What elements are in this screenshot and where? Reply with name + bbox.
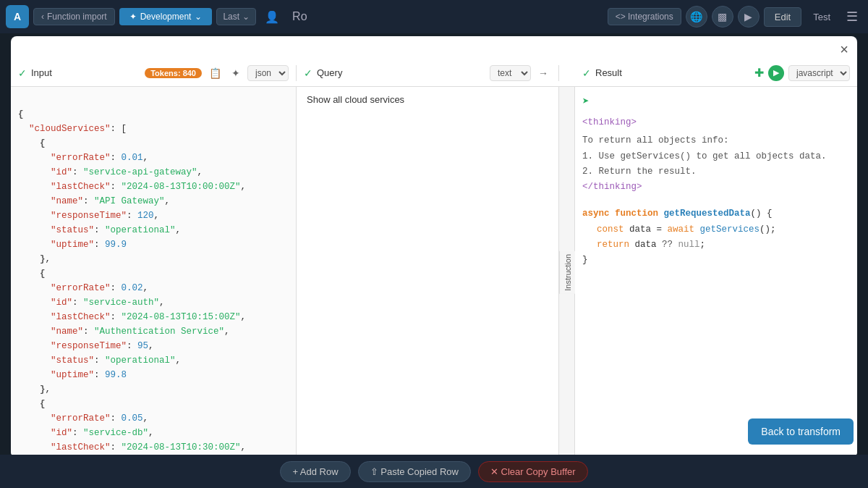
ro-label: Ro [288,7,311,26]
instruction-label: Instruction [559,251,575,294]
javascript-select[interactable]: javascript text [788,65,850,81]
panel-query[interactable]: Show all cloud services [297,87,559,458]
thinking-open-tag: <thinking> [582,117,637,127]
check-icon-query: ✓ [304,67,312,79]
arrow-right-icon[interactable]: → [535,66,551,80]
chevron-left-icon: ‹ [41,12,44,22]
func-name: getRequestedData [664,209,751,219]
json-select[interactable]: json text [247,65,289,81]
modal-close-row: × [11,36,857,59]
top-nav: A ‹ Function import ✦ Development ⌄ Last… [0,0,868,33]
nav-right: <> Integrations 🌐 ▩ ▶ Edit Test ☰ [608,6,862,28]
panel-result[interactable]: ➤ <thinking> To return all objects info:… [575,87,857,458]
result-label: Result [595,67,622,78]
add-row-button[interactable]: + Add Row [280,461,350,482]
result-line2: 1. Use getServices() to get all objects … [582,149,850,164]
panel-header-input: ✓ Input Tokens: 840 📋 ✦ json text [11,65,297,81]
result-line3: 2. Return the result. [582,164,850,180]
async-keyword: async [582,209,615,219]
last-select[interactable]: Last ⌄ [216,8,256,25]
text-select[interactable]: text json [490,65,531,81]
get-services-call: getServices [700,224,760,235]
thinking-icon: ➤ [582,96,590,109]
json-editor: { "cloudServices": [ { "errorRate": 0.01… [11,87,296,458]
app-logo: A [6,5,29,28]
clear-copy-buffer-button[interactable]: ✕ Clear Copy Buffer [478,461,588,482]
panels-content: { "cloudServices": [ { "errorRate": 0.01… [11,87,857,458]
chevron-down-icon: ⌄ [195,12,202,22]
globe-icon[interactable]: 🌐 [686,6,707,28]
chart-icon[interactable]: ▩ [712,6,733,28]
null-value: null [678,240,700,250]
integrations-button[interactable]: <> Integrations [608,8,681,25]
back-to-transform-button[interactable]: Back to transform [748,418,854,445]
bottom-bar: + Add Row ⇧ Paste Copied Row ✕ Clear Cop… [0,455,868,488]
close-button[interactable]: × [840,42,848,56]
result-editor: ➤ <thinking> To return all objects info:… [575,87,857,274]
function-keyword: function [615,209,664,219]
panel-header-query: ✓ Query text json → [297,65,559,81]
development-tab[interactable]: ✦ Development ⌄ [119,8,213,25]
edit-button[interactable]: Edit [764,7,801,27]
copy-input-icon[interactable]: 📋 [206,66,224,80]
close-brace: } [582,255,588,265]
format-icon[interactable]: ✦ [229,66,243,80]
tokens-badge: Tokens: 840 [145,68,202,78]
query-text: Show all cloud services [297,87,558,112]
test-button[interactable]: Test [806,8,838,26]
play-icon[interactable]: ▶ [738,6,760,28]
check-icon: ✓ [18,67,27,79]
panel-input[interactable]: { "cloudServices": [ { "errorRate": 0.01… [11,87,297,458]
user-icon[interactable]: 👤 [260,7,284,27]
panels-header: ✓ Input Tokens: 840 📋 ✦ json text ✓ Quer… [11,59,857,87]
chevron-down-icon: ⌄ [242,12,250,22]
const-keyword: const [597,224,629,235]
return-keyword: return [597,240,635,250]
input-label: Input [31,67,52,78]
add-result-icon[interactable]: ✚ [754,66,764,80]
branch-icon: ✦ [129,12,137,22]
panel-header-result: ✓ Result ✚ ▶ javascript text [575,65,857,81]
paste-row-button[interactable]: ⇧ Paste Copied Row [358,461,471,482]
check-icon-result: ✓ [582,67,591,79]
back-button[interactable]: ‹ Function import [33,8,115,25]
thinking-close-tag: </thinking> [582,182,642,192]
menu-icon[interactable]: ☰ [842,6,862,28]
modal-overlay: × ✓ Input Tokens: 840 📋 ✦ json text ✓ [0,33,868,455]
play-result-icon[interactable]: ▶ [768,65,784,81]
modal: × ✓ Input Tokens: 840 📋 ✦ json text ✓ [11,36,857,458]
result-line1: To return all objects info: [582,133,850,148]
panel-instruction: Instruction [559,87,575,458]
query-label: Query [317,67,342,78]
